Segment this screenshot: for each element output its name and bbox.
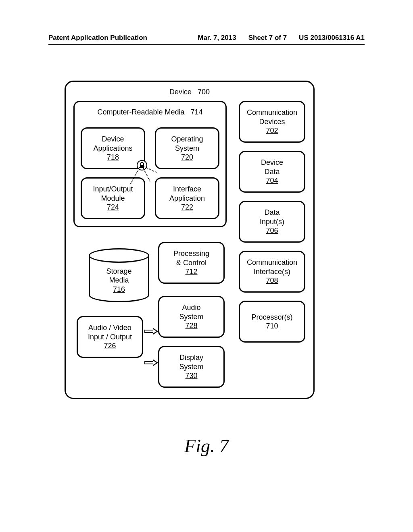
block-ref: 720: [181, 153, 193, 162]
block-line2: System: [179, 362, 203, 372]
block-line2: System: [175, 144, 199, 153]
block-line2: Input / Output: [88, 332, 132, 342]
communication-interfaces-block: Communication Interface(s) 708: [239, 251, 305, 293]
block-ref: 722: [181, 203, 193, 212]
operating-system-block: Operating System 720: [155, 127, 219, 169]
device-applications-block: Device Applications 718: [81, 127, 145, 169]
block-ref: 706: [266, 226, 278, 235]
crm-title: Computer-Readable Media 714: [97, 108, 202, 117]
block-line2: Devices: [259, 117, 285, 127]
arrow-icon: [144, 329, 158, 334]
block-line1: Display: [179, 353, 203, 362]
block-line1: Device: [102, 135, 124, 144]
av-io-block: Audio / Video Input / Output 726: [77, 316, 143, 358]
crm-label: Computer-Readable Media: [97, 108, 184, 116]
device-data-block: Device Data 704: [239, 151, 305, 193]
block-ref: 708: [266, 276, 278, 285]
block-ref: 726: [104, 341, 116, 351]
block-line2: & Control: [176, 258, 206, 268]
communication-devices-block: Communication Devices 702: [239, 101, 305, 143]
block-line2: Module: [101, 194, 125, 203]
audio-system-block: Audio System 728: [158, 296, 225, 338]
page-header: Patent Application Publication Mar. 7, 2…: [48, 34, 365, 45]
block-line1: Processing: [173, 249, 209, 258]
device-title: Device 700: [66, 87, 313, 97]
data-inputs-block: Data Input(s) 706: [239, 201, 305, 243]
block-line1: Device: [261, 158, 283, 167]
block-line1: Input/Output: [93, 185, 133, 194]
block-line1: Audio / Video: [88, 323, 131, 332]
block-line1: Storage: [106, 267, 131, 276]
block-line1: Data: [264, 208, 280, 217]
arrow-icon: [144, 360, 158, 365]
processors-block: Processor(s) 710: [239, 301, 305, 343]
block-ref: 704: [266, 176, 278, 185]
block-line1: Processor(s): [251, 313, 292, 322]
block-ref: 728: [185, 321, 197, 330]
io-module-block: Input/Output Module 724: [81, 177, 145, 219]
processing-control-block: Processing & Control 712: [158, 242, 225, 284]
block-line2: Application: [169, 194, 205, 203]
block-line2: Media: [109, 276, 129, 285]
publication-date: Mar. 7, 2013: [198, 34, 236, 44]
block-line2: System: [179, 312, 203, 322]
storage-media-cylinder: Storage Media 716: [89, 248, 149, 302]
interface-application-block: Interface Application 722: [155, 177, 219, 219]
block-line1: Interface: [173, 185, 201, 194]
block-line1: Operating: [171, 135, 203, 144]
figure-caption: Fig. 7: [0, 435, 413, 457]
device-ref: 700: [198, 88, 210, 96]
block-ref: 716: [113, 285, 125, 294]
block-line2: Interface(s): [254, 267, 290, 276]
block-line2: Applications: [93, 144, 132, 153]
display-system-block: Display System 730: [158, 346, 225, 388]
block-ref: 702: [266, 126, 278, 135]
block-ref: 718: [107, 153, 119, 162]
device-label: Device: [169, 88, 192, 96]
patent-page: Patent Application Publication Mar. 7, 2…: [0, 0, 413, 532]
figure-diagram: Device 700 Computer-Readable Media 714 D…: [65, 81, 315, 399]
block-line1: Communication: [247, 108, 297, 117]
publication-number: US 2013/0061316 A1: [299, 34, 365, 44]
block-ref: 724: [107, 203, 119, 212]
crm-ref: 714: [191, 108, 203, 116]
block-line2: Data: [264, 167, 280, 177]
block-ref: 712: [185, 267, 197, 276]
block-line2: Input(s): [260, 217, 284, 227]
block-ref: 710: [266, 322, 278, 331]
block-line1: Audio: [182, 303, 200, 312]
sheet-number: Sheet 7 of 7: [248, 34, 287, 44]
block-line1: Communication: [247, 258, 297, 267]
block-ref: 730: [185, 371, 197, 380]
publication-type: Patent Application Publication: [48, 34, 147, 44]
